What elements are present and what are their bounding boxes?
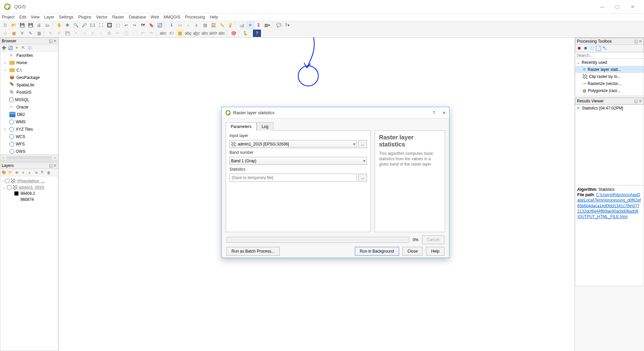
layout-manager-icon[interactable]: 🗂 [43, 21, 51, 29]
layer-add-group-icon[interactable]: 📁 [8, 170, 13, 175]
browser-item-xyz[interactable]: XYZ Tiles [0, 126, 58, 133]
menu-plugins[interactable]: Plugins [78, 15, 91, 19]
zoom-layer-icon[interactable]: ⬚ [114, 21, 122, 29]
add-layer-icon[interactable]: ➕ [1, 45, 7, 50]
panel-undock-icon[interactable]: ◱ [49, 39, 53, 43]
model-icon[interactable]: ⬣ [577, 46, 582, 51]
statistics-output-input[interactable] [229, 174, 357, 182]
new-project-icon[interactable]: 🗋 [1, 21, 9, 29]
collapse-all-icon[interactable]: ⇱ [20, 45, 26, 50]
layer-visibility-checkbox[interactable] [5, 179, 9, 183]
pan-icon[interactable]: ✋ [55, 21, 63, 29]
browser-item-geopackage[interactable]: 📦GeoPackage [0, 74, 58, 81]
browser-item-wms[interactable]: WMS [0, 118, 58, 126]
menu-layer[interactable]: Layer [44, 15, 54, 19]
browser-tree[interactable]: ☆Favorites Home C:\ 📦GeoPackage 🪶SpatiaL… [0, 52, 58, 155]
menu-web[interactable]: Web [151, 15, 159, 19]
label-rotate-icon[interactable]: ab⟳ [209, 30, 217, 37]
copy-feature-icon[interactable]: 📋 [122, 30, 130, 37]
delete-feature-icon[interactable]: 🗑 [105, 30, 113, 37]
tab-log[interactable]: Log [257, 122, 273, 131]
input-layer-select[interactable]: admin1_2015 [EPSG:32636] ▾ [229, 140, 357, 148]
add-feature-icon[interactable]: • [72, 30, 80, 37]
layer-style-icon[interactable]: 🎨 [1, 170, 7, 175]
open-project-icon[interactable]: 📂 [10, 21, 18, 29]
layer-row[interactable]: ⌄ admin1_2015 [1, 184, 57, 190]
tab-parameters[interactable]: Parameters [226, 122, 257, 131]
dialog-titlebar[interactable]: Raster layer statistics ? ✕ [222, 107, 449, 119]
browser-item-ows[interactable]: OWS [0, 148, 58, 155]
label-change-icon[interactable]: abc [218, 30, 226, 37]
save-icon[interactable]: 💾 [18, 21, 26, 29]
browser-item-spatialite[interactable]: 🪶SpatiaLite [0, 81, 58, 89]
move-feature-icon[interactable]: ↔ [97, 30, 105, 37]
select-icon[interactable]: ▭ [176, 21, 184, 29]
digitize-save-icon[interactable]: 💾 [63, 30, 71, 37]
panel-undock-icon[interactable]: ◱ [49, 163, 53, 168]
toolbox-tree[interactable]: ⌄Recently used ❄Raster layer stati... Cl… [575, 59, 644, 96]
zoom-native-icon[interactable]: 1:1 [89, 21, 97, 29]
layer-visibility-checkbox[interactable] [7, 185, 11, 189]
panel-close-icon[interactable]: ✕ [53, 39, 57, 43]
toolbox-item[interactable]: Clip raster by m... [575, 73, 644, 80]
redo-icon[interactable]: ↷ [147, 30, 155, 37]
browser-item-oracle[interactable]: ⬭Oracle [0, 103, 58, 111]
identify-icon[interactable]: ℹ [167, 21, 175, 29]
toolbox-search-input[interactable] [575, 52, 644, 59]
window-maximize-button[interactable]: ▢ [610, 2, 625, 12]
menu-vector[interactable]: Vector [96, 15, 108, 19]
band-number-select[interactable]: Band 1 (Gray) ▾ [229, 157, 367, 165]
menu-view[interactable]: View [31, 15, 40, 19]
paste-feature-icon[interactable]: 📄 [130, 30, 139, 37]
toolbox-item[interactable]: ➙Rasterize (vector... [575, 80, 644, 87]
input-layer-browse-button[interactable]: ... [358, 140, 367, 148]
history-icon[interactable]: 🕘 [589, 46, 595, 51]
refresh-browser-icon[interactable]: 🔄 [8, 45, 13, 50]
layer-filter-icon[interactable]: ▼ [20, 170, 26, 175]
edit-icon[interactable]: ✎ [26, 30, 35, 37]
browser-item-mssql[interactable]: MSSQL [0, 96, 58, 103]
panel-undock-icon[interactable]: ◱ [634, 99, 638, 103]
field-calc-icon[interactable]: 🧮 [209, 21, 217, 29]
browser-item-home[interactable]: Home [0, 59, 58, 67]
zoom-last-icon[interactable]: ↩ [122, 21, 130, 29]
close-button[interactable]: Close [402, 247, 423, 256]
raster-histogram-icon[interactable]: 📊 [238, 21, 246, 29]
cancel-button[interactable]: Cancel [422, 235, 444, 244]
label-hide-icon[interactable]: ab̲c [193, 30, 201, 37]
label-move-icon[interactable]: abc [201, 30, 209, 37]
browser-item-db2[interactable]: DB2DB2 [0, 111, 58, 118]
zoom-next-icon[interactable]: ↪ [130, 21, 139, 29]
add-raster-icon[interactable]: ▦ [10, 30, 18, 37]
label-tool-icon[interactable]: 🏷 [167, 30, 175, 37]
browser-item-cdrive[interactable]: C:\ [0, 67, 58, 74]
pan-to-selection-icon[interactable]: ✥ [63, 21, 71, 29]
add-vector-icon[interactable]: ⬯ [1, 30, 9, 37]
refresh-icon[interactable]: 🔄 [156, 21, 164, 29]
layer-visibility-icon[interactable]: 👁 [14, 170, 19, 175]
panel-close-icon[interactable]: ✕ [53, 163, 57, 168]
virtual-layer-icon[interactable]: ▥ [35, 30, 43, 37]
layer-expand-icon[interactable]: ⇲ [33, 170, 39, 175]
select-expr-icon[interactable]: ε [193, 21, 201, 29]
layout-icon[interactable]: 🖨 [35, 21, 43, 29]
map-canvas[interactable]: Raster layer statistics ? ✕ Parameters L… [59, 38, 575, 351]
statistics-output-browse-button[interactable]: ... [358, 174, 367, 182]
processing-toolbox-icon[interactable]: ❄ [246, 21, 254, 29]
window-close-button[interactable]: ✕ [625, 2, 640, 12]
panel-close-icon[interactable]: ✕ [639, 99, 642, 103]
menu-project[interactable]: Project [2, 15, 14, 19]
menu-processing[interactable]: Processing [185, 15, 205, 19]
browser-item-wfs[interactable]: WFS [0, 140, 58, 148]
statistics-sigma-icon[interactable]: Σ [255, 21, 263, 29]
zoom-selection-icon[interactable]: 🔲 [105, 21, 113, 29]
panel-undock-icon[interactable]: ◱ [634, 39, 638, 44]
browser-hscrollbar[interactable]: ‹› [0, 155, 58, 161]
help-button[interactable]: Help [426, 247, 444, 256]
toolbox-item[interactable]: ❄Raster layer stati... [575, 66, 644, 73]
text-annotation-icon[interactable]: T▾ [283, 21, 291, 29]
browser-item-postgis[interactable]: 🐘PostGIS [0, 89, 58, 96]
annotation-icon[interactable]: 💬 [275, 21, 283, 29]
toolbox-group-recent[interactable]: ⌄Recently used [575, 59, 644, 66]
label-pin-icon[interactable]: abç [184, 30, 192, 37]
